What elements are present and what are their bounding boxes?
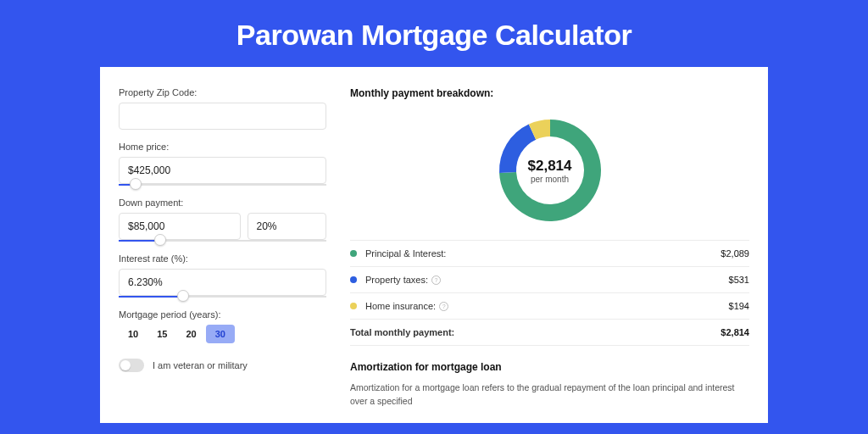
- donut-chart: $2,814 per month: [496, 116, 604, 225]
- veteran-field: I am veteran or military: [119, 359, 326, 372]
- period-label: Mortgage period (years):: [119, 309, 326, 320]
- legend-dot: [350, 250, 357, 257]
- donut-sub: per month: [531, 175, 569, 184]
- down-slider-thumb[interactable]: [154, 234, 166, 246]
- price-label: Home price:: [119, 142, 326, 152]
- calculator-card: Property Zip Code: Home price: Down paym…: [100, 67, 768, 423]
- amortization-section: Amortization for mortgage loan Amortizat…: [350, 361, 749, 409]
- down-slider[interactable]: [119, 240, 326, 242]
- rate-slider-thumb[interactable]: [177, 290, 189, 302]
- down-field: Down payment:: [119, 198, 326, 242]
- rate-input[interactable]: [119, 269, 326, 296]
- zip-label: Property Zip Code:: [119, 87, 326, 97]
- period-field: Mortgage period (years): 10152030: [119, 309, 326, 343]
- price-field: Home price:: [119, 142, 326, 186]
- page-title: Parowan Mortgage Calculator: [0, 0, 868, 67]
- breakdown-column: Monthly payment breakdown: $2,814 per mo…: [350, 87, 749, 423]
- rate-field: Interest rate (%):: [119, 253, 326, 298]
- legend-dot: [350, 276, 357, 283]
- legend-total-label: Total monthly payment:: [350, 327, 721, 337]
- donut-chart-wrap: $2,814 per month: [350, 111, 749, 240]
- down-pct-input[interactable]: [248, 213, 326, 240]
- legend-row: Home insurance:?$194: [350, 293, 749, 320]
- legend-value: $2,089: [721, 248, 749, 259]
- rate-slider[interactable]: [119, 296, 326, 298]
- legend-total-value: $2,814: [721, 327, 749, 337]
- legend: Principal & Interest:$2,089Property taxe…: [350, 240, 749, 346]
- zip-field: Property Zip Code:: [119, 87, 326, 130]
- info-icon[interactable]: ?: [439, 302, 448, 311]
- legend-label: Property taxes:?: [365, 275, 729, 285]
- period-button-20[interactable]: 20: [177, 325, 206, 343]
- zip-input[interactable]: [119, 103, 326, 130]
- amortization-text: Amortization for a mortgage loan refers …: [350, 381, 749, 409]
- price-input[interactable]: [119, 157, 326, 184]
- price-slider[interactable]: [119, 184, 326, 186]
- rate-label: Interest rate (%):: [119, 253, 326, 264]
- period-button-group: 10152030: [119, 325, 326, 343]
- legend-label: Principal & Interest:: [365, 248, 721, 259]
- legend-value: $194: [729, 301, 749, 311]
- breakdown-title: Monthly payment breakdown:: [350, 87, 749, 99]
- amortization-title: Amortization for mortgage loan: [350, 361, 749, 373]
- legend-value: $531: [729, 275, 749, 285]
- down-label: Down payment:: [119, 198, 326, 208]
- period-button-10[interactable]: 10: [119, 325, 147, 343]
- period-button-30[interactable]: 30: [206, 325, 235, 343]
- info-icon[interactable]: ?: [431, 275, 441, 285]
- legend-dot: [350, 303, 357, 309]
- legend-label: Home insurance:?: [365, 301, 729, 311]
- form-column: Property Zip Code: Home price: Down paym…: [119, 87, 326, 423]
- price-slider-thumb[interactable]: [130, 178, 142, 190]
- veteran-toggle[interactable]: [119, 359, 144, 372]
- down-input[interactable]: [119, 213, 241, 240]
- legend-row: Property taxes:?$531: [350, 267, 749, 293]
- legend-row: Principal & Interest:$2,089: [350, 241, 749, 267]
- veteran-label: I am veteran or military: [153, 360, 248, 370]
- donut-amount: $2,814: [528, 158, 572, 175]
- legend-total-row: Total monthly payment:$2,814: [350, 320, 749, 346]
- period-button-15[interactable]: 15: [147, 325, 176, 343]
